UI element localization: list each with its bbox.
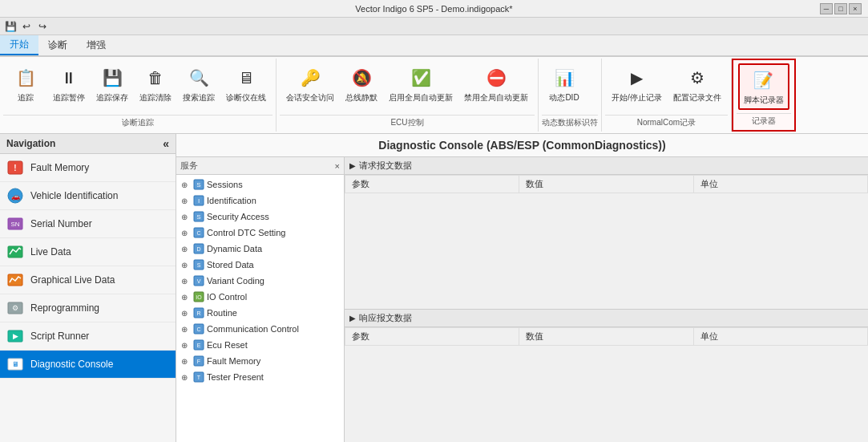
nav-item-reprogramming[interactable]: ⚙ Reprogramming (0, 294, 176, 322)
title-bar: Vector Indigo 6 SP5 - Demo.indigopack* ─… (0, 0, 868, 18)
qat-save-button[interactable]: 💾 (3, 19, 18, 34)
svg-text:⚙: ⚙ (12, 304, 18, 312)
nav-item-diagnostic-console[interactable]: 🖥 Diagnostic Console (0, 351, 176, 379)
tree-item-security-access[interactable]: ⊕ S Security Access (178, 209, 342, 225)
menu-start[interactable]: 开始 (0, 35, 38, 55)
response-col-value: 数值 (519, 327, 693, 345)
svg-text:I: I (198, 197, 200, 205)
restore-button[interactable]: □ (834, 3, 847, 14)
menu-enhanced[interactable]: 增强 (77, 35, 115, 55)
ribbon-btn-session-security[interactable]: 🔑 会话安全访问 (281, 62, 339, 107)
menu-bar: 开始 诊断 增强 (0, 35, 868, 56)
routine-icon: R (192, 306, 205, 319)
tree-item-identification[interactable]: ⊕ I Identification (178, 193, 342, 209)
qat-undo-button[interactable]: ↩ (19, 19, 34, 34)
svg-text:C: C (196, 326, 200, 332)
ribbon: 📋 追踪 ⏸ 追踪暂停 💾 追踪保存 🗑 追踪清除 🔍 搜索追踪 (0, 56, 868, 134)
tree-item-stored-data[interactable]: ⊕ S Stored Data (178, 257, 342, 273)
tree-item-variant-coding[interactable]: ⊕ V Variant Coding (178, 273, 342, 289)
tree-item-routine[interactable]: ⊕ R Routine (178, 305, 342, 321)
nav-collapse-button[interactable]: « (163, 137, 169, 150)
enable-update-label: 启用全局自动更新 (389, 92, 453, 103)
ribbon-buttons-ecu: 🔑 会话安全访问 🔕 总线静默 ✅ 启用全局自动更新 ⛔ 禁用全局自动更新 (280, 60, 535, 113)
identification-icon: I (192, 194, 205, 207)
ribbon-btn-trace-pause[interactable]: ⏸ 追踪暂停 (48, 62, 90, 107)
menu-diagnostics[interactable]: 诊断 (38, 35, 77, 55)
tester-present-icon: T (192, 371, 205, 383)
split-pane: 服务 × ⊕ S Sessions ⊕ I (176, 157, 868, 442)
tree-item-sessions[interactable]: ⊕ S Sessions (178, 176, 342, 193)
main-area: Navigation « ! Fault Memory 🚗 Vehicle Id… (0, 134, 868, 442)
tester-present-label: Tester Present (207, 372, 264, 382)
ribbon-btn-script-recorder[interactable]: 📝 脚本记录器 (738, 63, 789, 110)
ribbon-btn-config-log[interactable]: ⚙ 配置记录文件 (668, 62, 726, 107)
ribbon-btn-total-quiet[interactable]: 🔕 总线静默 (341, 62, 382, 107)
dynamic-did-icon: 📊 (551, 65, 577, 91)
minimize-button[interactable]: ─ (820, 3, 833, 14)
config-log-label: 配置记录文件 (673, 92, 721, 103)
tree-item-ecu-reset[interactable]: ⊕ E Ecu Reset (178, 337, 342, 353)
dynamic-did-label: 动态DID (549, 92, 579, 103)
control-dtc-icon: C (192, 226, 205, 239)
service-panel-header: 服务 × (176, 157, 344, 175)
ribbon-buttons-normalcom: ▶ 开始/停止记录 ⚙ 配置记录文件 (605, 60, 728, 113)
tree-item-dynamic-data[interactable]: ⊕ D Dynamic Data (178, 241, 342, 257)
reprogramming-label: Reprogramming (30, 302, 99, 314)
ribbon-btn-search-trace[interactable]: 🔍 搜索追踪 (178, 62, 220, 107)
svg-text:E: E (197, 343, 201, 348)
total-quiet-label: 总线静默 (345, 92, 377, 103)
nav-items-list: ! Fault Memory 🚗 Vehicle Identification … (0, 154, 176, 442)
tree-item-tester-present[interactable]: ⊕ T Tester Present (178, 369, 342, 385)
ribbon-btn-trace-clear[interactable]: 🗑 追踪清除 (135, 62, 176, 107)
ribbon-btn-start-stop-log[interactable]: ▶ 开始/停止记录 (607, 62, 667, 107)
tree-item-fault-memory-svc[interactable]: ⊕ F Fault Memory (178, 353, 342, 369)
serial-number-label: Serial Number (30, 218, 92, 229)
trace-save-icon: 💾 (99, 65, 125, 91)
live-data-icon (6, 243, 24, 261)
close-button[interactable]: × (849, 3, 862, 14)
ribbon-btn-diag-online[interactable]: 🖥 诊断仪在线 (221, 62, 271, 107)
qat-redo-button[interactable]: ↪ (35, 19, 50, 34)
ribbon-btn-trace[interactable]: 📋 追踪 (5, 62, 46, 107)
nav-item-live-data[interactable]: Live Data (0, 238, 176, 266)
script-runner-icon: ▶ (6, 327, 24, 345)
ribbon-btn-disable-update[interactable]: ⛔ 禁用全局自动更新 (459, 62, 533, 107)
response-col-unit: 单位 (693, 327, 867, 345)
request-col-unit: 单位 (693, 176, 867, 193)
svg-text:🖥: 🖥 (12, 360, 19, 368)
stored-data-icon: S (192, 258, 205, 271)
disable-update-icon: ⛔ (483, 65, 509, 91)
ribbon-btn-enable-update[interactable]: ✅ 启用全局自动更新 (384, 62, 458, 107)
tree-item-communication-control[interactable]: ⊕ C Communication Control (178, 321, 342, 337)
ribbon-btn-dynamic-did[interactable]: 📊 动态DID (543, 62, 585, 107)
service-close-button[interactable]: × (335, 161, 340, 171)
ribbon-group-recorder: 📝 脚本记录器 记录器 (732, 59, 796, 132)
response-pane-header: ▶ 响应报文数据 (345, 310, 868, 327)
fault-memory-icon: ! (6, 159, 24, 176)
request-col-value: 数值 (519, 176, 693, 193)
io-control-icon: IO (192, 290, 205, 303)
fault-memory-svc-icon: F (192, 355, 205, 367)
tree-item-control-dtc[interactable]: ⊕ C Control DTC Setting (178, 225, 342, 241)
content-area: Diagnostic Console (ABS/ESP (CommonDiagn… (176, 134, 868, 442)
content-title: Diagnostic Console (ABS/ESP (CommonDiagn… (176, 134, 868, 157)
request-pane: ▶ 请求报文数据 参数 数值 单位 (345, 157, 868, 310)
trace-label: 追踪 (18, 92, 34, 103)
ecu-reset-label: Ecu Reset (207, 340, 248, 350)
request-col-param: 参数 (345, 176, 519, 193)
stored-data-expand-icon: ⊕ (181, 261, 191, 270)
nav-item-graphical-live-data[interactable]: Graphical Live Data (0, 266, 176, 294)
nav-item-serial-number[interactable]: SN Serial Number (0, 210, 176, 238)
response-table-header: 参数 数值 单位 (345, 327, 868, 345)
ribbon-group-label-trace: 诊断追踪 (3, 115, 273, 130)
request-header-icon: ▶ (349, 161, 356, 170)
ribbon-btn-trace-save[interactable]: 💾 追踪保存 (91, 62, 133, 107)
nav-item-script-runner[interactable]: ▶ Script Runner (0, 322, 176, 351)
tree-item-io-control[interactable]: ⊕ IO IO Control (178, 289, 342, 305)
ribbon-buttons-dynamic: 📊 动态DID (542, 60, 598, 113)
identification-label: Identification (207, 196, 256, 205)
nav-item-vehicle-identification[interactable]: 🚗 Vehicle Identification (0, 182, 176, 210)
disable-update-label: 禁用全局自动更新 (464, 92, 528, 103)
nav-item-fault-memory[interactable]: ! Fault Memory (0, 154, 176, 182)
diag-online-label: 诊断仪在线 (226, 92, 266, 103)
